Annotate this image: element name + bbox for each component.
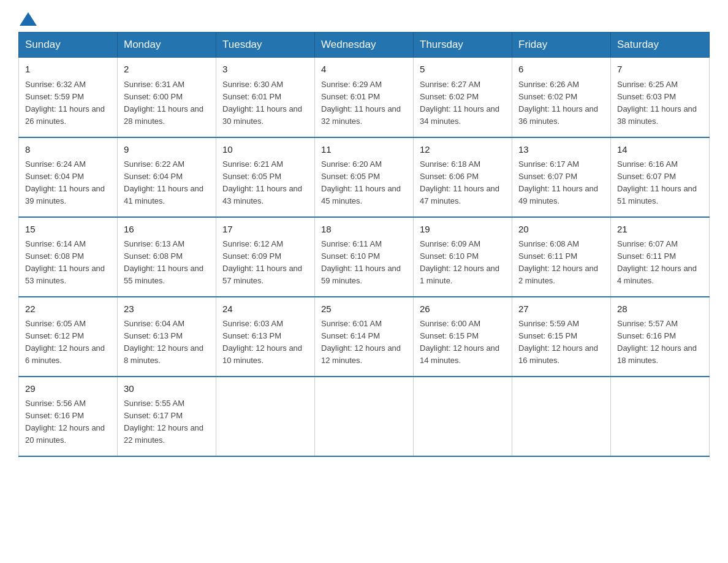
calendar-cell: 8Sunrise: 6:24 AMSunset: 6:04 PMDaylight… <box>19 137 118 217</box>
calendar-cell <box>315 377 414 456</box>
calendar-cell: 6Sunrise: 6:26 AMSunset: 6:02 PMDaylight… <box>512 58 611 137</box>
day-number: 9 <box>124 143 210 157</box>
calendar-week-row: 22Sunrise: 6:05 AMSunset: 6:12 PMDayligh… <box>19 297 710 377</box>
day-number: 24 <box>222 302 308 316</box>
day-number: 6 <box>518 63 604 77</box>
day-info: Sunrise: 6:07 AMSunset: 6:11 PMDaylight:… <box>617 238 703 288</box>
day-info: Sunrise: 6:24 AMSunset: 6:04 PMDaylight:… <box>25 158 111 208</box>
calendar-cell: 30Sunrise: 5:55 AMSunset: 6:17 PMDayligh… <box>118 377 216 456</box>
day-info: Sunrise: 6:16 AMSunset: 6:07 PMDaylight:… <box>617 158 703 208</box>
day-info: Sunrise: 5:57 AMSunset: 6:16 PMDaylight:… <box>617 318 703 367</box>
day-info: Sunrise: 6:11 AMSunset: 6:10 PMDaylight:… <box>321 238 407 288</box>
day-number: 5 <box>420 63 506 77</box>
day-number: 22 <box>25 302 111 316</box>
calendar-cell: 23Sunrise: 6:04 AMSunset: 6:13 PMDayligh… <box>118 297 216 377</box>
day-number: 13 <box>518 143 604 157</box>
day-info: Sunrise: 6:22 AMSunset: 6:04 PMDaylight:… <box>124 158 210 208</box>
calendar-cell: 10Sunrise: 6:21 AMSunset: 6:05 PMDayligh… <box>216 137 315 217</box>
day-info: Sunrise: 6:20 AMSunset: 6:05 PMDaylight:… <box>321 158 407 208</box>
weekday-header-sunday: Sunday <box>19 33 118 58</box>
day-info: Sunrise: 6:26 AMSunset: 6:02 PMDaylight:… <box>518 79 604 128</box>
day-number: 25 <box>321 302 407 316</box>
calendar-cell: 14Sunrise: 6:16 AMSunset: 6:07 PMDayligh… <box>611 137 710 217</box>
day-number: 4 <box>321 63 407 77</box>
day-info: Sunrise: 6:17 AMSunset: 6:07 PMDaylight:… <box>518 158 604 208</box>
day-number: 21 <box>617 223 703 237</box>
day-info: Sunrise: 5:55 AMSunset: 6:17 PMDaylight:… <box>124 397 210 447</box>
day-info: Sunrise: 6:21 AMSunset: 6:05 PMDaylight:… <box>222 158 308 208</box>
calendar-cell <box>512 377 611 456</box>
day-number: 8 <box>25 143 111 157</box>
calendar-cell: 26Sunrise: 6:00 AMSunset: 6:15 PMDayligh… <box>414 297 512 377</box>
day-number: 2 <box>124 63 210 77</box>
calendar-week-row: 8Sunrise: 6:24 AMSunset: 6:04 PMDaylight… <box>19 137 710 217</box>
day-number: 12 <box>420 143 506 157</box>
page-header <box>18 12 710 26</box>
calendar-cell: 28Sunrise: 5:57 AMSunset: 6:16 PMDayligh… <box>611 297 710 377</box>
calendar-cell: 29Sunrise: 5:56 AMSunset: 6:16 PMDayligh… <box>19 377 118 456</box>
calendar-cell: 22Sunrise: 6:05 AMSunset: 6:12 PMDayligh… <box>19 297 118 377</box>
day-info: Sunrise: 6:13 AMSunset: 6:08 PMDaylight:… <box>124 238 210 288</box>
calendar-cell <box>414 377 512 456</box>
day-info: Sunrise: 6:18 AMSunset: 6:06 PMDaylight:… <box>420 158 506 208</box>
calendar-cell: 21Sunrise: 6:07 AMSunset: 6:11 PMDayligh… <box>611 217 710 297</box>
day-info: Sunrise: 6:03 AMSunset: 6:13 PMDaylight:… <box>222 318 308 367</box>
day-info: Sunrise: 6:31 AMSunset: 6:00 PMDaylight:… <box>124 79 210 128</box>
calendar-table: SundayMondayTuesdayWednesdayThursdayFrid… <box>18 32 710 457</box>
day-number: 16 <box>124 223 210 237</box>
calendar-cell: 19Sunrise: 6:09 AMSunset: 6:10 PMDayligh… <box>414 217 512 297</box>
day-info: Sunrise: 6:14 AMSunset: 6:08 PMDaylight:… <box>25 238 111 288</box>
day-info: Sunrise: 6:27 AMSunset: 6:02 PMDaylight:… <box>420 79 506 128</box>
weekday-header-friday: Friday <box>512 33 611 58</box>
weekday-header-row: SundayMondayTuesdayWednesdayThursdayFrid… <box>19 33 710 58</box>
day-number: 28 <box>617 302 703 316</box>
calendar-cell: 18Sunrise: 6:11 AMSunset: 6:10 PMDayligh… <box>315 217 414 297</box>
calendar-week-row: 29Sunrise: 5:56 AMSunset: 6:16 PMDayligh… <box>19 377 710 456</box>
calendar-week-row: 15Sunrise: 6:14 AMSunset: 6:08 PMDayligh… <box>19 217 710 297</box>
day-number: 30 <box>124 382 210 396</box>
weekday-header-monday: Monday <box>118 33 216 58</box>
day-number: 10 <box>222 143 308 157</box>
calendar-cell: 5Sunrise: 6:27 AMSunset: 6:02 PMDaylight… <box>414 58 512 137</box>
day-info: Sunrise: 6:12 AMSunset: 6:09 PMDaylight:… <box>222 238 308 288</box>
day-number: 14 <box>617 143 703 157</box>
day-info: Sunrise: 5:56 AMSunset: 6:16 PMDaylight:… <box>25 397 111 447</box>
day-info: Sunrise: 6:25 AMSunset: 6:03 PMDaylight:… <box>617 79 703 128</box>
day-info: Sunrise: 6:30 AMSunset: 6:01 PMDaylight:… <box>222 79 308 128</box>
calendar-cell: 13Sunrise: 6:17 AMSunset: 6:07 PMDayligh… <box>512 137 611 217</box>
day-info: Sunrise: 6:05 AMSunset: 6:12 PMDaylight:… <box>25 318 111 367</box>
weekday-header-thursday: Thursday <box>414 33 512 58</box>
logo-triangle-icon <box>20 12 37 26</box>
day-info: Sunrise: 6:08 AMSunset: 6:11 PMDaylight:… <box>518 238 604 288</box>
day-number: 15 <box>25 223 111 237</box>
calendar-cell: 11Sunrise: 6:20 AMSunset: 6:05 PMDayligh… <box>315 137 414 217</box>
day-info: Sunrise: 6:09 AMSunset: 6:10 PMDaylight:… <box>420 238 506 288</box>
logo <box>18 12 38 26</box>
calendar-cell: 1Sunrise: 6:32 AMSunset: 5:59 PMDaylight… <box>19 58 118 137</box>
day-number: 11 <box>321 143 407 157</box>
calendar-cell <box>611 377 710 456</box>
day-info: Sunrise: 6:04 AMSunset: 6:13 PMDaylight:… <box>124 318 210 367</box>
weekday-header-saturday: Saturday <box>611 33 710 58</box>
day-info: Sunrise: 6:00 AMSunset: 6:15 PMDaylight:… <box>420 318 506 367</box>
calendar-cell: 27Sunrise: 5:59 AMSunset: 6:15 PMDayligh… <box>512 297 611 377</box>
day-number: 20 <box>518 223 604 237</box>
day-number: 7 <box>617 63 703 77</box>
day-number: 27 <box>518 302 604 316</box>
day-number: 17 <box>222 223 308 237</box>
weekday-header-wednesday: Wednesday <box>315 33 414 58</box>
day-number: 18 <box>321 223 407 237</box>
day-number: 1 <box>25 63 111 77</box>
day-number: 29 <box>25 382 111 396</box>
calendar-cell: 17Sunrise: 6:12 AMSunset: 6:09 PMDayligh… <box>216 217 315 297</box>
calendar-cell: 4Sunrise: 6:29 AMSunset: 6:01 PMDaylight… <box>315 58 414 137</box>
day-number: 19 <box>420 223 506 237</box>
calendar-cell: 12Sunrise: 6:18 AMSunset: 6:06 PMDayligh… <box>414 137 512 217</box>
calendar-week-row: 1Sunrise: 6:32 AMSunset: 5:59 PMDaylight… <box>19 58 710 137</box>
calendar-cell: 15Sunrise: 6:14 AMSunset: 6:08 PMDayligh… <box>19 217 118 297</box>
day-info: Sunrise: 6:01 AMSunset: 6:14 PMDaylight:… <box>321 318 407 367</box>
calendar-cell: 24Sunrise: 6:03 AMSunset: 6:13 PMDayligh… <box>216 297 315 377</box>
day-info: Sunrise: 6:32 AMSunset: 5:59 PMDaylight:… <box>25 79 111 128</box>
calendar-cell: 9Sunrise: 6:22 AMSunset: 6:04 PMDaylight… <box>118 137 216 217</box>
calendar-cell: 7Sunrise: 6:25 AMSunset: 6:03 PMDaylight… <box>611 58 710 137</box>
